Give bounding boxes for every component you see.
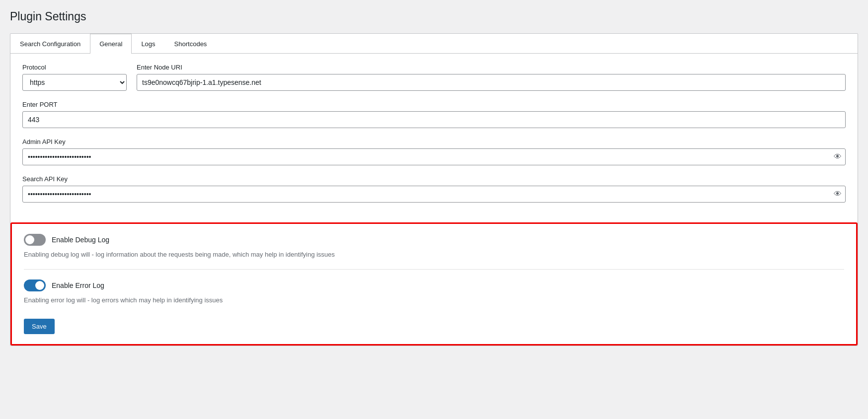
error-log-slider	[24, 279, 46, 291]
save-button[interactable]: Save	[24, 319, 55, 334]
error-log-label-row: Enable Error Log	[24, 279, 844, 291]
settings-container: Search Configuration General Logs Shortc…	[10, 33, 858, 346]
node-uri-group: Enter Node URI	[137, 64, 846, 91]
search-api-key-input[interactable]	[22, 186, 846, 203]
search-api-key-wrap: 👁	[22, 186, 846, 203]
admin-api-key-wrap: 👁	[22, 148, 846, 165]
admin-api-key-eye-icon[interactable]: 👁	[834, 152, 842, 161]
admin-api-key-group: Admin API Key 👁	[22, 138, 846, 165]
admin-api-key-label: Admin API Key	[22, 138, 846, 145]
port-label: Enter PORT	[22, 101, 846, 108]
admin-api-key-input[interactable]	[22, 148, 846, 165]
error-log-label: Enable Error Log	[52, 281, 104, 289]
debug-log-row: Enable Debug Log Enabling debug log will…	[24, 234, 844, 258]
protocol-label: Protocol	[22, 64, 127, 71]
tab-general[interactable]: General	[90, 34, 132, 54]
debug-log-slider	[24, 234, 46, 246]
port-input[interactable]	[22, 111, 846, 128]
protocol-group: Protocol https http	[22, 64, 127, 91]
tab-logs[interactable]: Logs	[132, 34, 164, 54]
page-title: Plugin Settings	[10, 10, 858, 23]
tabs-bar: Search Configuration General Logs Shortc…	[10, 34, 858, 54]
node-uri-input[interactable]	[137, 74, 846, 91]
admin-api-key-row: Admin API Key 👁	[22, 138, 846, 165]
debug-log-label-row: Enable Debug Log	[24, 234, 844, 246]
protocol-nodeuri-row: Protocol https http Enter Node URI	[22, 64, 846, 91]
search-api-key-group: Search API Key 👁	[22, 175, 846, 203]
error-log-row: Enable Error Log Enabling error log will…	[24, 279, 844, 304]
divider	[24, 269, 844, 270]
error-log-desc: Enabling error log will - log errors whi…	[24, 296, 844, 304]
error-log-toggle[interactable]	[24, 279, 46, 291]
tab-search-configuration[interactable]: Search Configuration	[10, 34, 90, 54]
debug-log-label: Enable Debug Log	[52, 236, 109, 244]
form-body: Protocol https http Enter Node URI Enter…	[10, 54, 858, 222]
tab-shortcodes[interactable]: Shortcodes	[165, 34, 217, 54]
protocol-select[interactable]: https http	[22, 74, 127, 91]
highlight-section: Enable Debug Log Enabling debug log will…	[10, 222, 858, 346]
node-uri-label: Enter Node URI	[137, 64, 846, 71]
debug-log-toggle[interactable]	[24, 234, 46, 246]
search-api-key-eye-icon[interactable]: 👁	[834, 190, 842, 199]
search-api-key-label: Search API Key	[22, 175, 846, 183]
port-row: Enter PORT	[22, 101, 846, 128]
search-api-key-row: Search API Key 👁	[22, 175, 846, 203]
debug-log-desc: Enabling debug log will - log informatio…	[24, 251, 844, 258]
port-group: Enter PORT	[22, 101, 846, 128]
